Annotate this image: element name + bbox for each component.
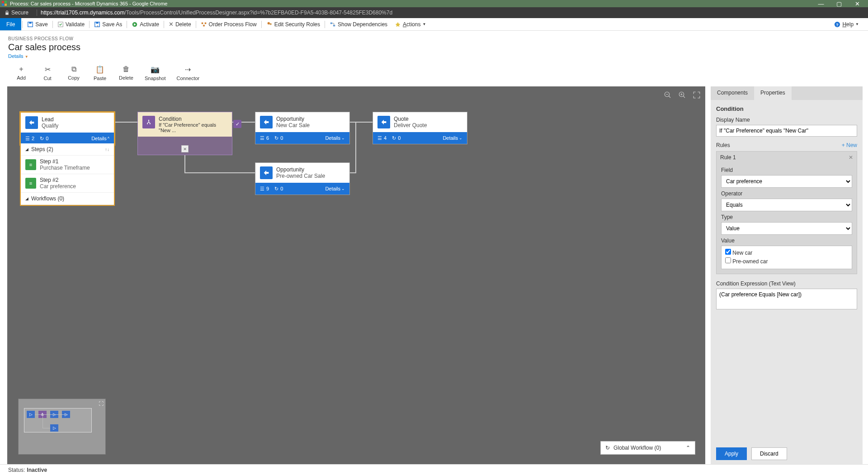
rule-delete-icon[interactable]: ✕ bbox=[849, 154, 853, 161]
save-label: Save bbox=[35, 21, 47, 28]
svg-rect-1 bbox=[5, 1, 7, 3]
global-workflow-label: Global Workflow (0) bbox=[613, 445, 661, 451]
fit-screen-button[interactable] bbox=[693, 91, 701, 99]
canvas-toolbar: +Add ✂Cut ⧉Copy 📋Paste 🗑Delete 📷Snapshot… bbox=[0, 61, 868, 86]
close-button[interactable]: ✕ bbox=[848, 0, 866, 7]
rules-label: Rules bbox=[716, 142, 730, 148]
status-value: Inactive bbox=[27, 467, 47, 473]
value-option-new-car[interactable]: New car bbox=[725, 249, 848, 256]
operator-select[interactable]: Equals bbox=[721, 199, 852, 211]
panel-tabs: Components Properties bbox=[711, 86, 863, 100]
step-2[interactable]: ≡ Step #2 Car preference bbox=[21, 174, 114, 193]
menu-bar: File Save Validate Save As Activate ✕ De… bbox=[0, 18, 868, 31]
connector-button[interactable]: ⇢Connector bbox=[176, 65, 199, 81]
discard-button[interactable]: Discard bbox=[751, 447, 787, 460]
maximize-button[interactable]: ▢ bbox=[830, 0, 848, 7]
page-url[interactable]: https://trial1705.crm.dynamics.com/Tools… bbox=[41, 10, 392, 16]
rule-title: Rule 1 bbox=[720, 154, 736, 161]
copy-button[interactable]: ⧉Copy bbox=[66, 65, 81, 81]
refresh-icon: ↻ bbox=[605, 445, 610, 451]
minimap[interactable]: ⛶ ▷ ⋔ ▷ ▷ ▷ bbox=[18, 399, 106, 455]
app-icon bbox=[2, 1, 7, 6]
details-toggle[interactable]: Details ^ bbox=[91, 136, 109, 141]
edit-roles-button[interactable]: Edit Security Roles bbox=[263, 18, 324, 30]
save-button[interactable]: Save bbox=[24, 18, 51, 30]
main-area: Lead Qualify ☰ 2 ↻ 0 Details ^ ◢ Steps (… bbox=[0, 86, 868, 465]
tab-components[interactable]: Components bbox=[711, 86, 754, 100]
new-rule-button[interactable]: + New bbox=[842, 142, 857, 148]
roles-label: Edit Security Roles bbox=[274, 21, 320, 28]
svg-rect-10 bbox=[201, 22, 203, 24]
breadcrumb: BUSINESS PROCESS FLOW bbox=[8, 36, 860, 41]
order-process-flow-button[interactable]: Order Process Flow bbox=[197, 18, 260, 30]
url-bar: Secure https://trial1705.crm.dynamics.co… bbox=[0, 7, 868, 18]
step-field: Purchase Timeframe bbox=[40, 165, 90, 171]
stage-entity: Quote bbox=[394, 116, 427, 122]
stage-opportunity-new[interactable]: Opportunity New Car Sale ☰ 6 ↻ 0 Details… bbox=[255, 112, 350, 144]
value-box: New car Pre-owned car bbox=[721, 246, 852, 269]
validate-button[interactable]: Validate bbox=[54, 18, 88, 30]
paste-button[interactable]: 📋Paste bbox=[92, 65, 108, 81]
collapse-icon: ◢ bbox=[25, 196, 28, 201]
svg-rect-15 bbox=[330, 22, 332, 24]
cycle-count: ↻ 0 bbox=[392, 135, 401, 141]
condition-label: Condition bbox=[159, 116, 227, 122]
svg-rect-3 bbox=[5, 4, 7, 6]
stage-icon bbox=[260, 166, 273, 179]
value-option-preowned-car[interactable]: Pre-owned car bbox=[725, 257, 848, 265]
save-as-button[interactable]: Save As bbox=[90, 18, 126, 30]
status-bar: Status: Inactive bbox=[0, 464, 868, 475]
minimize-button[interactable]: — bbox=[812, 0, 830, 7]
designer-canvas[interactable]: Lead Qualify ☰ 2 ↻ 0 Details ^ ◢ Steps (… bbox=[7, 86, 705, 465]
global-workflow-bar[interactable]: ↻ Global Workflow (0) ⌃ bbox=[600, 441, 695, 455]
status-label: Status: bbox=[8, 467, 25, 473]
process-title: Car sales process bbox=[8, 42, 860, 52]
add-button[interactable]: +Add bbox=[14, 65, 29, 81]
cut-button[interactable]: ✂Cut bbox=[40, 65, 55, 81]
help-label: Help bbox=[842, 21, 854, 28]
step-icon: ≡ bbox=[25, 178, 36, 189]
delete-button[interactable]: ✕ Delete bbox=[165, 18, 195, 30]
window-title: Process: Car sales process - Microsoft D… bbox=[10, 1, 812, 6]
value-label: Value bbox=[721, 238, 852, 244]
actions-menu[interactable]: AActionsctions ▼ bbox=[391, 18, 429, 30]
type-select[interactable]: Value bbox=[721, 222, 852, 235]
details-toggle[interactable]: Details ⌄ bbox=[443, 135, 462, 141]
delete-label: Delete bbox=[175, 21, 191, 28]
url-path: /Tools/ProcessControl/UnifiedProcessDesi… bbox=[124, 10, 392, 16]
stage-name: Deliver Quote bbox=[394, 122, 427, 128]
apply-button[interactable]: Apply bbox=[716, 447, 747, 460]
stage-opportunity-preowned[interactable]: Opportunity Pre-owned Car Sale ☰ 9 ↻ 0 D… bbox=[255, 162, 350, 195]
stage-name: New Car Sale bbox=[276, 122, 310, 128]
help-button[interactable]: ? Help ▼ bbox=[830, 18, 863, 30]
details-toggle[interactable]: Details ▼ bbox=[8, 53, 860, 59]
connector-line bbox=[350, 122, 373, 123]
stage-lead[interactable]: Lead Qualify ☰ 2 ↻ 0 Details ^ bbox=[20, 112, 115, 145]
svg-rect-0 bbox=[2, 1, 4, 3]
type-label: Type bbox=[721, 214, 852, 220]
tab-properties[interactable]: Properties bbox=[754, 86, 792, 100]
collapse-icon: ◢ bbox=[25, 147, 28, 152]
workflows-header[interactable]: ◢ Workflows (0) bbox=[21, 193, 114, 205]
steps-header[interactable]: ◢ Steps (2) ↑↓ bbox=[21, 143, 114, 156]
file-menu[interactable]: File bbox=[0, 18, 21, 30]
display-name-input[interactable] bbox=[716, 125, 857, 137]
delete-canvas-button[interactable]: 🗑Delete bbox=[118, 65, 134, 81]
zoom-out-button[interactable] bbox=[664, 91, 672, 99]
snapshot-button[interactable]: 📷Snapshot bbox=[145, 65, 165, 81]
activate-button[interactable]: Activate bbox=[128, 18, 163, 30]
step-1[interactable]: ≡ Step #1 Purchase Timeframe bbox=[21, 156, 114, 174]
connector-line bbox=[115, 122, 137, 123]
reorder-arrows[interactable]: ↑↓ bbox=[105, 147, 109, 152]
secure-indicator[interactable]: Secure bbox=[5, 10, 28, 16]
stage-quote[interactable]: Quote Deliver Quote ☰ 4 ↻ 0 Details ⌄ bbox=[373, 112, 467, 144]
details-toggle[interactable]: Details ⌄ bbox=[325, 135, 345, 141]
details-toggle[interactable]: Details ⌄ bbox=[325, 186, 345, 191]
zoom-in-button[interactable] bbox=[678, 91, 686, 99]
field-select[interactable]: Car preference bbox=[721, 175, 852, 188]
svg-rect-11 bbox=[204, 22, 206, 24]
show-dependencies-button[interactable]: Show Dependencies bbox=[326, 18, 391, 30]
step-icon: ≡ bbox=[25, 159, 36, 170]
svg-point-13 bbox=[267, 22, 269, 24]
minimap-expand-icon[interactable]: ⛶ bbox=[99, 401, 104, 406]
